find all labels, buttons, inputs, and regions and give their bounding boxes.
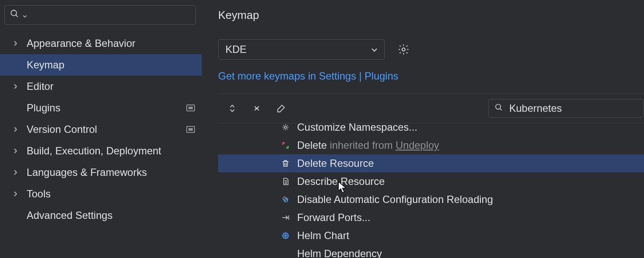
sidebar-item-version-control[interactable]: Version Control [0, 119, 202, 140]
sidebar-item-label: Plugins [22, 102, 186, 114]
sidebar-item-appearance[interactable]: Appearance & Behavior [0, 33, 202, 54]
sidebar-item-label: Build, Execution, Deployment [22, 145, 195, 157]
sidebar-item-keymap[interactable]: Keymap [0, 54, 202, 76]
sidebar-item-label: Keymap [22, 59, 195, 71]
chevron-right-icon [13, 127, 22, 132]
keymap-select[interactable]: KDE [218, 39, 385, 60]
action-row-delete[interactable]: Delete inherited from Undeploy [218, 136, 644, 154]
get-more-keymaps-link[interactable]: Get more keymaps in Settings | Plugins [218, 70, 398, 82]
expand-collapse-icon[interactable] [228, 104, 237, 113]
reload-icon [280, 195, 291, 204]
modified-badge-icon [186, 104, 195, 111]
sidebar-item-build[interactable]: Build, Execution, Deployment [0, 140, 202, 162]
chevron-right-icon [13, 191, 22, 197]
settings-search-field[interactable] [30, 9, 190, 21]
action-label: Delete Resource [297, 157, 374, 169]
svg-line-5 [500, 109, 502, 111]
modified-badge-icon [186, 126, 195, 133]
settings-nav: Appearance & Behavior Keymap Editor Plug… [0, 33, 202, 226]
svg-line-1 [16, 15, 18, 17]
gear-icon [280, 123, 291, 132]
forward-icon [280, 213, 291, 222]
action-row-forward-ports[interactable]: Forward Ports... [218, 209, 644, 227]
sidebar-item-label: Version Control [22, 123, 186, 135]
dropdown-caret-icon [23, 9, 27, 21]
action-row-disable-reload[interactable]: Disable Automatic Configuration Reloadin… [218, 190, 644, 209]
action-row-delete-resource[interactable]: Delete Resource [218, 154, 644, 172]
action-row-customize-namespaces[interactable]: Customize Namespaces... [218, 123, 644, 136]
keymap-panel: Keymap KDE Get more keymaps in Settings … [202, 0, 644, 258]
action-label: Describe Resource [297, 175, 385, 187]
sidebar-item-label: Editor [22, 80, 195, 92]
action-label: Helm Dependency [297, 248, 382, 258]
sidebar-item-label: Tools [22, 188, 195, 200]
keymap-actions-list: Customize Namespaces... Delete inherited… [218, 123, 644, 258]
action-label: Customize Namespaces... [297, 123, 417, 133]
svg-point-2 [402, 48, 405, 51]
settings-sidebar: Appearance & Behavior Keymap Editor Plug… [0, 0, 202, 258]
action-label: Disable Automatic Configuration Reloadin… [297, 194, 493, 206]
sidebar-item-plugins[interactable]: Plugins [0, 97, 202, 119]
chevron-right-icon [13, 148, 22, 154]
undeploy-icon [280, 141, 291, 150]
action-row-describe-resource[interactable]: Describe Resource [218, 172, 644, 190]
keymap-filter-field[interactable] [509, 102, 638, 114]
settings-search-input[interactable] [4, 5, 196, 25]
document-icon [280, 177, 291, 186]
page-title: Keymap [218, 9, 644, 22]
sidebar-item-tools[interactable]: Tools [0, 183, 202, 205]
svg-point-0 [11, 10, 17, 16]
chevron-right-icon [13, 41, 22, 46]
keymap-select-value: KDE [225, 43, 371, 55]
gear-icon[interactable] [398, 43, 410, 55]
svg-point-4 [496, 104, 501, 110]
sidebar-item-editor[interactable]: Editor [0, 76, 202, 97]
svg-point-6 [285, 126, 287, 129]
action-label: Forward Ports... [297, 212, 371, 224]
trash-icon [280, 159, 291, 168]
sidebar-item-label: Advanced Settings [22, 209, 195, 221]
chevron-down-icon [371, 43, 377, 55]
collapse-all-icon[interactable] [252, 104, 261, 113]
helm-icon [280, 231, 291, 240]
search-icon [495, 102, 503, 114]
action-row-helm-dependency[interactable]: Helm Dependency [218, 245, 644, 258]
sidebar-item-label: Languages & Frameworks [22, 166, 195, 178]
sidebar-item-languages[interactable]: Languages & Frameworks [0, 162, 202, 183]
action-label: Helm Chart [297, 230, 349, 242]
sidebar-item-label: Appearance & Behavior [22, 37, 195, 49]
edit-icon[interactable] [276, 104, 286, 113]
search-icon [10, 9, 19, 21]
chevron-right-icon [13, 170, 22, 175]
chevron-right-icon [13, 84, 22, 89]
svg-point-11 [285, 235, 286, 236]
sidebar-item-advanced[interactable]: Advanced Settings [0, 205, 202, 226]
action-row-helm-chart[interactable]: Helm Chart [218, 227, 644, 245]
keymap-filter-input[interactable] [488, 99, 644, 118]
action-label: Delete inherited from Undeploy [297, 139, 439, 151]
keymap-toolbar [218, 94, 644, 123]
